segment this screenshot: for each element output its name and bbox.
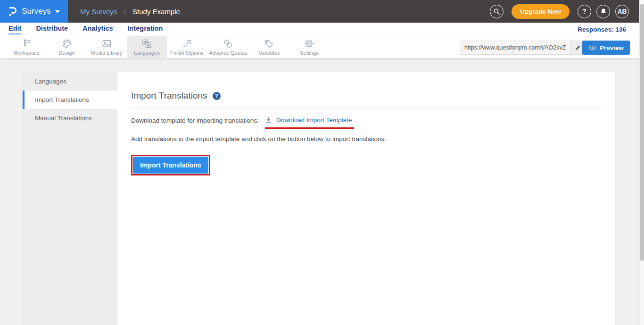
import-translations-button[interactable]: Import Translations bbox=[133, 157, 208, 174]
languages-panel: Languages Import Translations Manual Tra… bbox=[23, 72, 615, 325]
image-icon bbox=[101, 38, 112, 49]
divider bbox=[131, 108, 603, 108]
toolbar-item-label: Variables bbox=[258, 50, 280, 56]
pencil-icon bbox=[575, 44, 581, 51]
gear-icon bbox=[304, 38, 314, 49]
caret-down-icon bbox=[55, 10, 60, 13]
toolbar-item-variables[interactable]: Variables bbox=[249, 36, 289, 58]
tab-integration[interactable]: Integration bbox=[128, 25, 163, 34]
toolbar-item-label: Media Library bbox=[91, 50, 123, 56]
notifications-button[interactable] bbox=[596, 5, 610, 18]
bell-icon bbox=[600, 8, 607, 15]
survey-tab-bar: Edit Distribute Analytics Integration Re… bbox=[0, 23, 644, 36]
toolbar-item-media-library[interactable]: Media Library bbox=[87, 36, 127, 58]
toolbar-item-label: Finish Options bbox=[170, 50, 203, 56]
toolbar-item-label: Workspace bbox=[14, 50, 40, 56]
toolbar-item-label: Design bbox=[58, 50, 74, 56]
toolbar-item-settings[interactable]: Settings bbox=[289, 36, 329, 58]
download-template-label: Download template for importing translat… bbox=[131, 117, 259, 124]
preview-button[interactable]: Preview bbox=[582, 41, 630, 55]
download-import-template-link[interactable]: Download Import Template bbox=[276, 117, 352, 124]
breadcrumb: My Surveys › Study Example bbox=[80, 8, 180, 16]
toolbar-item-finish-options[interactable]: Finish Options bbox=[167, 36, 207, 58]
translate-icon bbox=[141, 38, 152, 49]
help-button[interactable]: ? bbox=[578, 5, 591, 18]
download-link-wrap: Download Import Template bbox=[265, 117, 352, 125]
sidebar-item-import-translations[interactable]: Import Translations bbox=[23, 91, 117, 109]
instruction-text: Add translations in the import template … bbox=[131, 135, 603, 142]
product-name: Surveys bbox=[22, 7, 50, 16]
toolbar-item-advance-quotas[interactable]: Advance Quotas bbox=[207, 36, 249, 58]
survey-url-input[interactable] bbox=[460, 41, 570, 54]
annotation-underline bbox=[265, 127, 354, 129]
download-icon bbox=[265, 117, 272, 124]
toolbar-item-workspace[interactable]: Workspace bbox=[7, 36, 47, 58]
toolbar-item-label: Languages bbox=[134, 50, 159, 56]
toolbar-item-languages[interactable]: Languages bbox=[127, 36, 167, 58]
topbar-actions: Upgrade Now ? AB bbox=[490, 4, 644, 19]
languages-sidebar: Languages Import Translations Manual Tra… bbox=[23, 72, 117, 325]
product-switcher[interactable]: Surveys bbox=[0, 0, 68, 23]
responses-count[interactable]: Responses: 136 bbox=[578, 26, 644, 33]
page-scrollbar[interactable] bbox=[639, 0, 644, 325]
search-icon bbox=[493, 8, 500, 15]
pencil-list-icon bbox=[21, 38, 32, 49]
tab-edit[interactable]: Edit bbox=[8, 25, 21, 34]
edit-toolbar: Workspace Design Media Library Languages… bbox=[0, 36, 644, 58]
chain-links-icon bbox=[223, 38, 233, 49]
toolbar-item-label: Advance Quotas bbox=[209, 50, 247, 56]
annotation-highlight-box: Import Translations bbox=[131, 155, 210, 175]
sidebar-item-languages[interactable]: Languages bbox=[23, 72, 117, 91]
questionpro-logo-icon bbox=[8, 6, 17, 17]
avatar[interactable]: AB bbox=[615, 5, 629, 18]
search-button[interactable] bbox=[490, 5, 504, 18]
toolbar-item-design[interactable]: Design bbox=[47, 36, 87, 58]
sidebar-item-manual-translations[interactable]: Manual Translations bbox=[23, 109, 117, 127]
tab-analytics[interactable]: Analytics bbox=[83, 25, 113, 34]
palette-icon bbox=[61, 38, 72, 49]
toolbar-item-label: Settings bbox=[300, 50, 319, 56]
magic-wand-icon bbox=[182, 38, 192, 49]
survey-url-box bbox=[460, 41, 586, 55]
page-body: Languages Import Translations Manual Tra… bbox=[0, 58, 644, 325]
top-bar: Surveys My Surveys › Study Example Upgra… bbox=[0, 0, 644, 23]
help-icon[interactable]: ? bbox=[213, 92, 221, 100]
preview-label: Preview bbox=[600, 44, 624, 51]
tab-distribute[interactable]: Distribute bbox=[36, 25, 68, 34]
breadcrumb-my-surveys[interactable]: My Surveys bbox=[80, 8, 117, 16]
breadcrumb-chevron-icon: › bbox=[124, 8, 126, 15]
tag-icon bbox=[264, 38, 274, 49]
eye-icon bbox=[588, 45, 596, 51]
scrollbar-thumb[interactable] bbox=[640, 4, 644, 261]
breadcrumb-current: Study Example bbox=[132, 8, 180, 16]
page-title: Import Translations bbox=[131, 91, 207, 101]
import-translations-content: Import Translations ? Download template … bbox=[117, 72, 615, 325]
upgrade-now-button[interactable]: Upgrade Now bbox=[512, 4, 570, 19]
